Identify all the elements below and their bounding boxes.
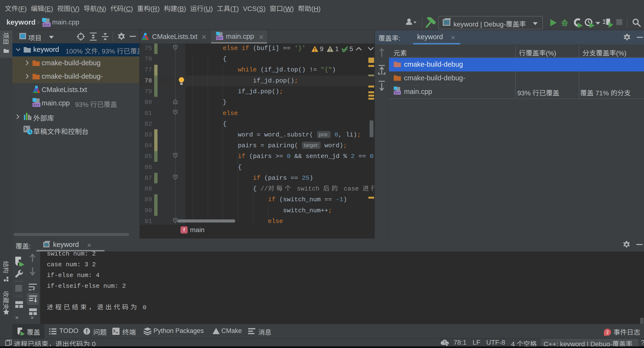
svg-text:?: ?	[444, 340, 446, 344]
